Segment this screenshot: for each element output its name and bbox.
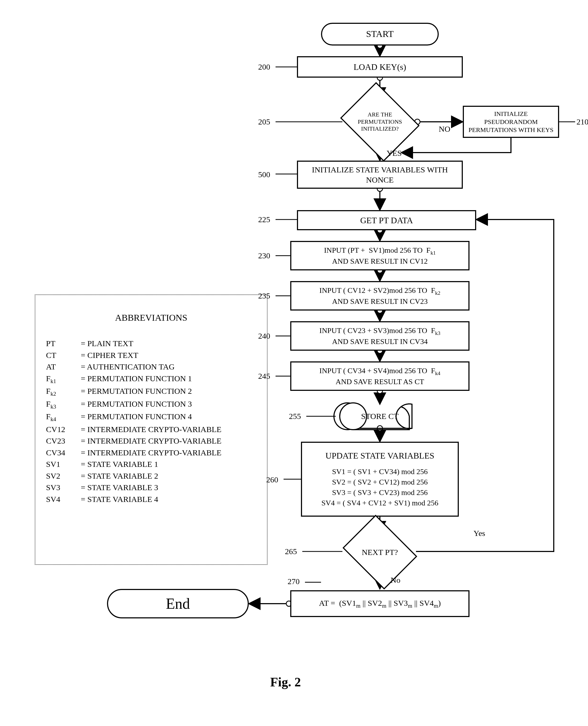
abbrev-row: SV4= STATE VARIABLE 4: [46, 493, 256, 505]
process-update-state: UPDATE STATE VARIABLES SV1 = ( SV1 + CV3…: [301, 442, 459, 517]
abbrev-rows: PT= PLAIN TEXT CT= CIPHER TEXT AT= AUTHE…: [46, 338, 256, 505]
abbrev-row: SV1= STATE VARIABLE 1: [46, 458, 256, 470]
abbreviations-box: ABBREVIATIONS PT= PLAIN TEXT CT= CIPHER …: [35, 295, 268, 565]
step240-text: INPUT ( CV23 + SV3)mod 256 TO Fk3AND SAV…: [319, 326, 440, 346]
start-text: START: [366, 28, 394, 40]
abbrev-row: CV12= INTERMEDIATE CRYPTO-VARIABLE: [46, 424, 256, 435]
ref-225: 225: [258, 215, 270, 224]
svg-point-36: [377, 426, 382, 431]
abbrev-row: PT= PLAIN TEXT: [46, 338, 256, 349]
process-get-pt: GET PT DATA: [297, 210, 476, 230]
edge-yes-1: YES: [386, 148, 402, 158]
process-step-245: INPUT ( CV34 + SV4)mod 256 TO Fk4AND SAV…: [290, 361, 469, 391]
abbrev-row: SV2= STATE VARIABLE 2: [46, 470, 256, 482]
abbrev-row: Fk4= PERMUTATION FUNCTION 4: [46, 411, 256, 423]
decision-permutations: ARE THE PERMUTATIONS INITIALIZED?: [349, 96, 411, 147]
init-perm-text: INITIALIZE PSEUDORANDOM PERMUTATIONS WIT…: [467, 110, 555, 134]
process-step-240: INPUT ( CV23 + SV3)mod 256 TO Fk3AND SAV…: [290, 321, 469, 351]
abbrev-row: SV3= STATE VARIABLE 3: [46, 482, 256, 493]
get-pt-text: GET PT DATA: [360, 215, 413, 226]
figure-label: Fig. 2: [270, 674, 301, 689]
process-init-state: INITIALIZE STATE VARIABLES WITH NONCE: [297, 161, 463, 189]
process-init-perm: INITIALIZE PSEUDORANDOM PERMUTATIONS WIT…: [463, 106, 559, 138]
ref-260: 260: [266, 475, 278, 484]
ref-205: 205: [258, 117, 270, 126]
abbrev-row: Fk1= PERMUTATION FUNCTION 1: [46, 372, 256, 385]
decision-next-text: NEXT PT?: [351, 529, 409, 576]
step230-text: INPUT (PT + SV1)mod 256 TO Fk1AND SAVE R…: [324, 245, 436, 266]
edge-no-2: No: [391, 576, 400, 585]
process-load-keys: LOAD KEY(s): [297, 56, 463, 78]
process-step-235: INPUT ( CV12 + SV2)mod 256 TO Fk2AND SAV…: [290, 281, 469, 310]
abbrev-row: Fk2= PERMUTATION FUNCTION 2: [46, 385, 256, 398]
ref-230: 230: [258, 251, 270, 260]
at-eq-text: AT = (SV1m || SV2m || SV3m || SV4m): [319, 598, 441, 609]
abbrev-row: Fk3= PERMUTATION FUNCTION 3: [46, 398, 256, 411]
process-at-eq: AT = (SV1m || SV2m || SV3m || SV4m): [290, 590, 469, 617]
update-title: UPDATE STATE VARIABLES: [326, 450, 435, 461]
process-step-230: INPUT (PT + SV1)mod 256 TO Fk1AND SAVE R…: [290, 241, 469, 270]
update-line-1: SV1 = ( SV1 + CV34) mod 256: [332, 466, 428, 477]
ref-500: 500: [258, 170, 270, 179]
ref-255: 255: [289, 412, 301, 421]
ref-270: 270: [288, 577, 300, 586]
update-line-4: SV4 = ( SV4 + CV12 + SV1) mod 256: [321, 498, 438, 508]
abbrev-row: AT= AUTHENTICATION TAG: [46, 361, 256, 372]
init-state-text: INITIALIZE STATE VARIABLES WITH NONCE: [301, 165, 459, 185]
load-keys-text: LOAD KEY(s): [354, 62, 406, 72]
ref-210: 210: [576, 117, 588, 126]
abbrev-row: CV23= INTERMEDIATE CRYPTO-VARIABLE: [46, 435, 256, 447]
edge-yes-2: Yes: [474, 529, 485, 538]
end-text: End: [166, 594, 190, 613]
ref-265: 265: [285, 547, 297, 556]
abbrev-row: CT= CIPHER TEXT: [46, 349, 256, 361]
step245-text: INPUT ( CV34 + SV4)mod 256 TO Fk4AND SAV…: [319, 366, 440, 386]
decision-next-pt: NEXT PT?: [351, 529, 409, 576]
update-line-3: SV3 = ( SV3 + CV23) mod 256: [332, 487, 428, 498]
ref-200: 200: [258, 62, 270, 72]
edge-no-1: NO: [439, 124, 450, 134]
end-terminator: End: [107, 589, 249, 618]
abbrev-row: CV34= INTERMEDIATE CRYPTO-VARIABLE: [46, 447, 256, 459]
store-ct-text: STORE CT: [361, 412, 399, 421]
step235-text: INPUT ( CV12 + SV2)mod 256 TO Fk2AND SAV…: [319, 286, 440, 306]
start-terminator: START: [321, 23, 439, 45]
decision-perm-text: ARE THE PERMUTATIONS INITIALIZED?: [349, 96, 411, 147]
abbrev-title: ABBREVIATIONS: [46, 311, 256, 324]
store-ct: STORE CT: [348, 408, 412, 424]
update-line-2: SV2 = ( SV2 + CV12) mod 256: [332, 477, 428, 487]
